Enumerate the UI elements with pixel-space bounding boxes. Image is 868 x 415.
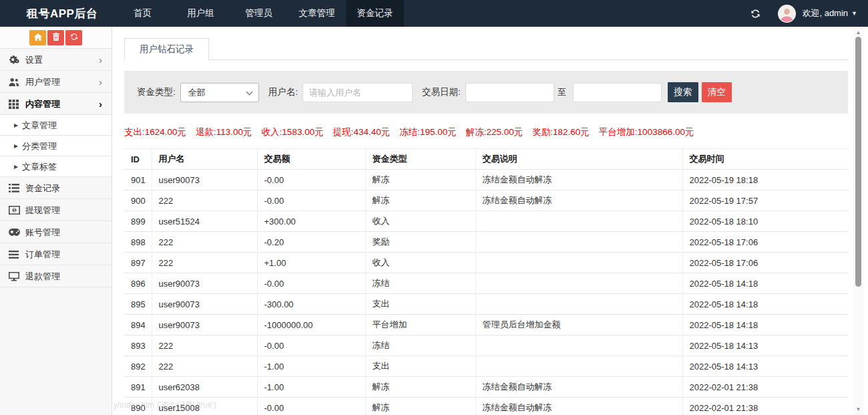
sidebar-item-account-mgmt[interactable]: 账号管理 xyxy=(0,221,112,243)
filter-panel: 资金类型: 全部 用户名: 交易日期: 至 搜索 清空 xyxy=(124,71,848,114)
table-cell: 222 xyxy=(152,253,257,273)
table-cell: 896 xyxy=(124,273,152,294)
table-cell xyxy=(475,294,682,315)
svg-text:$: $ xyxy=(13,208,16,213)
search-button[interactable]: 搜索 xyxy=(668,82,698,102)
list-icon xyxy=(9,177,19,199)
table-cell xyxy=(475,232,682,253)
tab-user-diamond-records[interactable]: 用户钻石记录 xyxy=(124,38,209,60)
summary-item-0: 支出:1624.00元 xyxy=(124,127,186,137)
sidebar-item-article-mgmt[interactable]: ▸文章管理 xyxy=(0,115,112,136)
table-cell: user51524 xyxy=(152,211,257,232)
date-to-input[interactable] xyxy=(573,83,662,102)
column-header: 资金类型 xyxy=(365,149,475,170)
sidebar-item-order-mgmt[interactable]: 订单管理 xyxy=(0,243,112,265)
nav-item-3[interactable]: 文章管理 xyxy=(288,0,346,27)
table-cell: -0.00 xyxy=(257,273,365,294)
vertical-scrollbar[interactable]: ▲ ▼ xyxy=(853,27,864,415)
clear-cache-button[interactable] xyxy=(47,30,64,45)
table-cell: user90073 xyxy=(152,315,257,335)
username-label: 用户名: xyxy=(268,86,298,98)
table-row: 901user90073-0.00解冻冻结金额自动解冻2022-05-19 18… xyxy=(124,170,848,190)
table-cell: 奖励 xyxy=(365,232,475,253)
main-content: 用户钻石记录 资金类型: 全部 用户名: 交易日期: 至 搜索 清空 支出:16… xyxy=(113,27,868,415)
nav-item-1[interactable]: 用户组 xyxy=(172,0,230,27)
fund-type-select[interactable]: 全部 xyxy=(180,83,259,102)
table-cell: 冻结金额自动解冻 xyxy=(475,398,682,415)
table-cell: 冻结金额自动解冻 xyxy=(475,170,682,190)
date-from-input[interactable] xyxy=(465,83,554,102)
refresh-icon[interactable] xyxy=(750,9,761,19)
table-row: 893222-0.00冻结2022-05-18 14:13 xyxy=(124,335,848,356)
username-input[interactable] xyxy=(302,83,413,102)
main-nav: 首页用户组管理员文章管理资金记录 xyxy=(114,0,404,27)
table-row: 896user90073-0.00冻结2022-05-18 14:18 xyxy=(124,273,848,294)
fund-type-value: 全部 xyxy=(188,88,206,98)
table-cell: 2022-05-18 17:06 xyxy=(682,253,848,273)
caret-right-icon: ▸ xyxy=(14,115,18,136)
sidebar-menu: 设置›用户管理›内容管理›▸文章管理▸分类管理▸文章标签资金记录$提现管理账号管… xyxy=(0,49,112,287)
table-cell xyxy=(475,335,682,356)
table-cell: 解冻 xyxy=(365,377,475,398)
welcome-text[interactable]: 欢迎, admin xyxy=(802,7,848,19)
date-label: 交易日期: xyxy=(422,86,461,98)
table-cell: 收入 xyxy=(365,211,475,232)
nav-item-0[interactable]: 首页 xyxy=(114,0,172,27)
trash-icon xyxy=(53,33,59,43)
gamepad-icon xyxy=(9,221,20,243)
bars-icon xyxy=(9,243,19,265)
table-cell: user62038 xyxy=(152,377,257,398)
scroll-down-arrow[interactable]: ▼ xyxy=(853,404,864,414)
sidebar-item-refund-mgmt[interactable]: 退款管理 xyxy=(0,265,112,287)
table-row: 899user51524+300.00收入2022-05-18 18:10 xyxy=(124,211,848,232)
app-brand[interactable]: 租号APP后台 xyxy=(0,6,114,21)
table-cell: 支出 xyxy=(365,294,475,315)
table-cell: 冻结金额自动解冻 xyxy=(475,190,682,211)
table-cell: -300.00 xyxy=(257,294,365,315)
sidebar-item-content-mgmt[interactable]: 内容管理› xyxy=(0,93,112,115)
refresh-button[interactable] xyxy=(65,30,82,45)
date-separator: 至 xyxy=(558,86,566,98)
clear-button[interactable]: 清空 xyxy=(702,82,732,102)
status-link-hint: y/index.htm ('资金记录','true') xyxy=(114,400,216,411)
table-cell: -1.00 xyxy=(257,356,365,377)
home-button[interactable] xyxy=(29,30,46,45)
scroll-up-arrow[interactable]: ▲ xyxy=(853,27,864,37)
gears-icon xyxy=(9,49,20,71)
sidebar-item-user-mgmt[interactable]: 用户管理› xyxy=(0,71,112,93)
table-cell: 901 xyxy=(124,170,152,190)
table-cell: -0.00 xyxy=(257,170,365,190)
sidebar-item-fund-records[interactable]: 资金记录 xyxy=(0,177,112,199)
table-cell: 2022-05-18 14:13 xyxy=(682,335,848,356)
sidebar-item-category-mgmt[interactable]: ▸分类管理 xyxy=(0,136,112,156)
table-cell: 894 xyxy=(124,315,152,335)
sidebar-item-article-tags[interactable]: ▸文章标签 xyxy=(0,156,112,177)
column-header: 交易时间 xyxy=(682,149,848,170)
table-cell: 解冻 xyxy=(365,170,475,190)
nav-item-2[interactable]: 管理员 xyxy=(230,0,288,27)
monitor-icon xyxy=(9,265,19,287)
records-table: ID用户名交易额资金类型交易说明交易时间 901user90073-0.00解冻… xyxy=(124,148,848,415)
summary-item-6: 奖励:182.60元 xyxy=(532,127,590,137)
table-cell: 2022-05-18 17:06 xyxy=(682,232,848,253)
tab-bar: 用户钻石记录 xyxy=(124,38,848,60)
table-cell: -0.00 xyxy=(257,398,365,415)
table-cell: 2022-05-18 14:13 xyxy=(682,356,848,377)
column-header: ID xyxy=(124,149,152,170)
sidebar-item-withdraw-mgmt[interactable]: $提现管理 xyxy=(0,199,112,221)
scrollbar-thumb[interactable] xyxy=(855,37,861,287)
caret-right-icon: ▸ xyxy=(14,136,18,156)
user-avatar[interactable] xyxy=(778,5,796,23)
funds-summary: 支出:1624.00元退款:113.00元收入:1583.00元提现:434.4… xyxy=(124,126,868,138)
nav-item-4[interactable]: 资金记录 xyxy=(346,0,404,27)
top-navbar: 租号APP后台 首页用户组管理员文章管理资金记录 欢迎, admin ▼ xyxy=(0,0,868,27)
table-cell: 收入 xyxy=(365,253,475,273)
chevron-right-icon: › xyxy=(99,49,102,71)
home-icon xyxy=(34,33,42,43)
table-row: 895user90073-300.00支出2022-05-18 14:18 xyxy=(124,294,848,315)
table-cell: 222 xyxy=(152,356,257,377)
sidebar-item-settings[interactable]: 设置› xyxy=(0,49,112,71)
table-cell: 893 xyxy=(124,335,152,356)
table-cell: 898 xyxy=(124,232,152,253)
table-header-row: ID用户名交易额资金类型交易说明交易时间 xyxy=(124,149,848,170)
